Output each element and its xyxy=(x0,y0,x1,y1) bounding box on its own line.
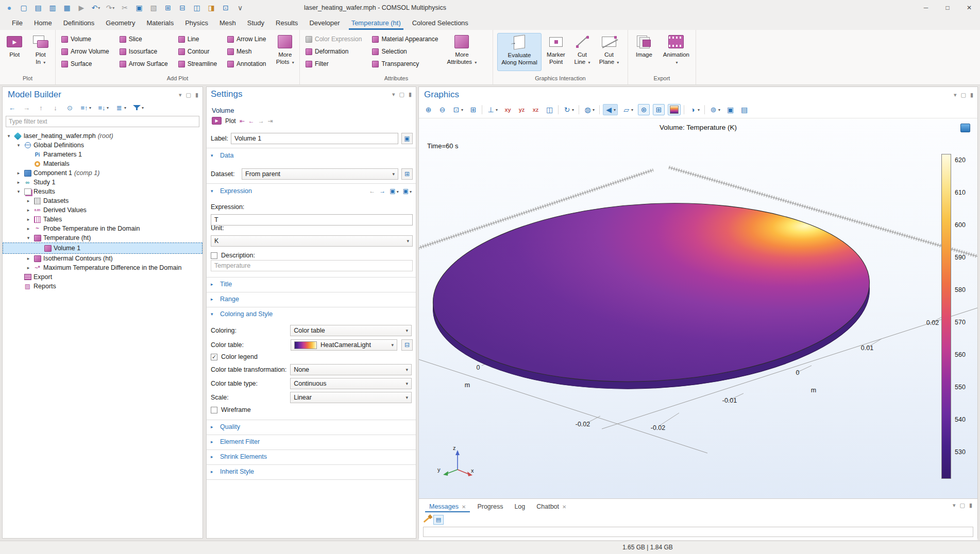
colortable-type-select[interactable]: Continuous▾ xyxy=(290,378,412,389)
tree-item-isothermal-contours[interactable]: ▸ Isothermal Contours (ht) xyxy=(3,254,202,263)
delete-icon[interactable]: ⊟ xyxy=(176,2,189,13)
rotate-view-button[interactable]: ↻▾ xyxy=(562,105,576,115)
transform-select[interactable]: None▾ xyxy=(290,364,412,375)
expression-input[interactable]: T xyxy=(211,214,413,226)
preview-icon[interactable]: ⊡ xyxy=(219,2,232,13)
coloring-select[interactable]: Color table▾ xyxy=(290,325,412,336)
tree-item-datasets[interactable]: ▸ Datasets xyxy=(3,196,202,205)
mb-back-button[interactable]: ← xyxy=(7,103,18,113)
duplicate-icon[interactable]: ⊞ xyxy=(162,2,174,13)
section-element-filter[interactable]: ▸Element Filter xyxy=(207,438,416,445)
colortable-side-button[interactable]: ⊟ xyxy=(401,339,413,351)
plot-button[interactable]: ▶ Plot xyxy=(4,33,25,71)
section-quality[interactable]: ▸Quality xyxy=(207,423,416,430)
view-yz-button[interactable]: yz xyxy=(516,106,527,114)
clear-messages-icon[interactable] xyxy=(424,516,430,522)
section-title[interactable]: ▸Title xyxy=(207,281,416,288)
tree-item-parameters-1[interactable]: Pi Parameters 1 xyxy=(3,150,202,159)
more-plots-button[interactable]: More Plots ▾ xyxy=(275,33,295,71)
pointer-icon[interactable]: ◨ xyxy=(205,2,217,13)
tree-item-volume-1[interactable]: Volume 1 xyxy=(3,243,202,254)
undo-icon[interactable]: ↶▾ xyxy=(90,2,102,13)
dataset-select[interactable]: From parent▾ xyxy=(242,168,398,180)
marker-point-button[interactable]: Marker Point xyxy=(543,33,569,71)
tab-progress[interactable]: Progress xyxy=(472,501,508,512)
tree-item-temperature-ht[interactable]: ▾ Temperature (ht) xyxy=(3,233,202,243)
maximize-button[interactable]: □ xyxy=(937,0,958,15)
new-file-icon[interactable]: ▢ xyxy=(18,2,30,13)
add-slice-button[interactable]: Slice xyxy=(118,34,170,44)
tab-log[interactable]: Log xyxy=(509,501,530,512)
evaluate-along-normal-button[interactable]: Evaluate Along Normal xyxy=(497,33,542,71)
tab-study[interactable]: Study xyxy=(242,16,270,30)
unit-select[interactable]: K▾ xyxy=(211,235,413,247)
panel-menu-icon[interactable]: ▾ xyxy=(392,91,395,98)
mb-filter-button[interactable]: ▾ xyxy=(131,104,145,111)
add-arrow-volume-button[interactable]: Arrow Volume xyxy=(60,47,111,56)
show-color-legend-button[interactable] xyxy=(668,104,681,115)
add-streamline-button[interactable]: Streamline xyxy=(177,59,218,68)
tree-item-study-1[interactable]: ▸ ∞ Study 1 xyxy=(3,178,202,187)
panel-menu-icon[interactable]: ▾ xyxy=(953,502,956,509)
filter-button[interactable]: Filter xyxy=(304,59,363,68)
add-arrow-surface-button[interactable]: Arrow Surface xyxy=(118,59,170,68)
more-attributes-button[interactable]: More Attributes ▾ xyxy=(446,33,478,71)
add-line-button[interactable]: Line xyxy=(177,34,218,44)
selection-button[interactable]: Selection xyxy=(370,47,440,56)
mb-expand-button[interactable]: ≡↓▾ xyxy=(96,103,110,113)
tree-item-export[interactable]: Export xyxy=(3,272,202,282)
tab-geometry[interactable]: Geometry xyxy=(100,16,141,30)
previous-expression-icon[interactable]: ← xyxy=(369,187,375,195)
tab-developer[interactable]: Developer xyxy=(303,16,345,30)
rename-label-button[interactable]: ▣ xyxy=(401,133,413,144)
mb-show-button[interactable]: ⊙ xyxy=(64,103,75,113)
pin-panel-icon[interactable]: ▮ xyxy=(969,502,972,509)
tab-mesh[interactable]: Mesh xyxy=(214,16,242,30)
tree-item-results[interactable]: ▾ Results xyxy=(3,187,202,196)
replace-expression-button[interactable]: ▣▾ xyxy=(390,187,398,195)
paste-icon[interactable]: ▧ xyxy=(147,2,160,13)
cut-plane-button[interactable]: Cut Plane ▾ xyxy=(595,33,623,71)
tree-item-max-temp-difference[interactable]: ▸ ~* Maximum Temperature Difference in t… xyxy=(3,263,202,272)
minimize-button[interactable]: ─ xyxy=(915,0,937,15)
tab-results[interactable]: Results xyxy=(270,16,303,30)
cut-line-button[interactable]: Cut Line ▾ xyxy=(570,33,594,71)
redo-icon[interactable]: ↷▾ xyxy=(104,2,116,13)
description-input[interactable]: Temperature xyxy=(211,260,413,271)
tree-item-root[interactable]: ▾ laser_heating_wafer.mph (root) xyxy=(3,131,202,141)
animation-button[interactable]: Animation▾ xyxy=(661,33,691,71)
add-contour-button[interactable]: Contour xyxy=(177,47,218,56)
zoom-in-button[interactable]: ⊕ xyxy=(423,105,434,115)
tree-item-reports[interactable]: ▨ Reports xyxy=(3,282,202,291)
transparency-toggle-button[interactable]: ▱▾ xyxy=(621,105,635,115)
tab-temperature-ht[interactable]: Temperature (ht) xyxy=(346,16,407,30)
tab-file[interactable]: File xyxy=(6,16,28,30)
last-plot-icon[interactable]: ⇥ xyxy=(268,117,273,125)
close-button[interactable]: ✕ xyxy=(958,0,980,15)
scale-select[interactable]: Linear▾ xyxy=(290,392,412,403)
scene-light-button[interactable]: ◀▾ xyxy=(603,104,618,115)
appearance-button[interactable]: ◑▾ xyxy=(687,105,701,115)
float-panel-icon[interactable]: ▢ xyxy=(399,91,404,98)
colortable-select[interactable]: HeatCameraLight▾ xyxy=(291,339,397,351)
view-xz-button[interactable]: xz xyxy=(530,106,541,114)
save-icon[interactable]: ▥ xyxy=(46,2,59,13)
section-inherit-style[interactable]: ▸Inherit Style xyxy=(207,468,416,475)
add-mesh-button[interactable]: Mesh xyxy=(226,47,267,56)
add-arrow-line-button[interactable]: Arrow Line xyxy=(226,34,267,44)
section-coloring-style[interactable]: ▾Coloring and Style xyxy=(207,310,416,318)
panel-menu-icon[interactable]: ▾ xyxy=(954,92,957,98)
tab-physics[interactable]: Physics xyxy=(179,16,214,30)
add-volume-button[interactable]: Volume xyxy=(60,34,111,44)
show-grid-button[interactable]: ⊞ xyxy=(653,104,665,115)
color-legend-checkbox[interactable] xyxy=(211,354,217,360)
pin-panel-icon[interactable]: ▮ xyxy=(970,92,973,98)
label-input[interactable]: Volume 1 xyxy=(231,133,398,144)
description-checkbox[interactable] xyxy=(211,252,217,259)
save-as-icon[interactable]: ▦ xyxy=(61,2,73,13)
tab-materials[interactable]: Materials xyxy=(141,16,179,30)
mb-collapse-button[interactable]: ≡↑▾ xyxy=(79,103,93,113)
tab-home[interactable]: Home xyxy=(28,16,58,30)
plot-canvas[interactable]: Volume: Temperature (K) Time=60 s 0m-0.0… xyxy=(419,118,977,498)
snapshot-button[interactable]: ▣ xyxy=(725,105,736,115)
